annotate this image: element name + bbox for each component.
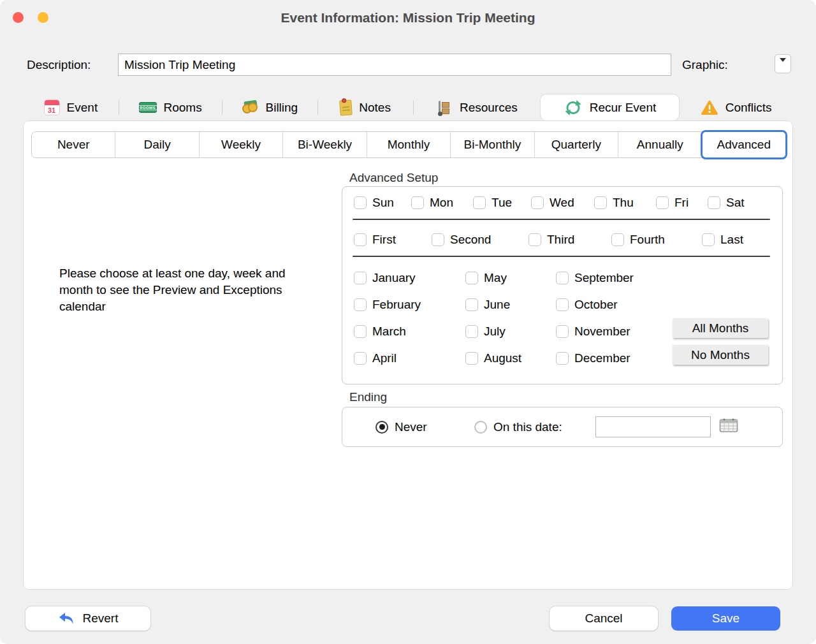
day-checkbox-tue[interactable]: Tue xyxy=(473,196,512,210)
minimize-window-button[interactable] xyxy=(38,12,48,23)
checkbox-box[interactable] xyxy=(611,233,624,246)
checkbox-box[interactable] xyxy=(465,352,478,365)
month-checkbox-may[interactable]: May xyxy=(465,271,507,285)
cancel-button[interactable]: Cancel xyxy=(550,606,658,631)
checkbox-box[interactable] xyxy=(432,233,444,246)
month-checkbox-april[interactable]: April xyxy=(354,351,397,365)
month-checkbox-december[interactable]: December xyxy=(556,351,630,365)
tab-billing-label: Billing xyxy=(266,101,298,115)
checkbox-label: June xyxy=(484,298,510,312)
week-checkbox-second[interactable]: Second xyxy=(432,233,491,247)
checkbox-box[interactable] xyxy=(411,196,424,209)
tab-notes[interactable]: Notes xyxy=(317,94,413,121)
checkbox-box[interactable] xyxy=(354,325,367,338)
checkbox-box[interactable] xyxy=(354,298,367,311)
close-window-button[interactable] xyxy=(13,12,24,23)
radio-button[interactable] xyxy=(474,421,487,434)
checkbox-label: Tue xyxy=(492,196,512,210)
tab-resources[interactable]: Resources xyxy=(413,94,541,121)
month-checkbox-february[interactable]: February xyxy=(354,298,421,312)
tab-rooms[interactable]: ROOMS Rooms xyxy=(119,94,222,121)
checkbox-box[interactable] xyxy=(528,233,541,246)
month-checkbox-august[interactable]: August xyxy=(465,351,521,365)
all-months-button[interactable]: All Months xyxy=(673,318,768,338)
checkbox-box[interactable] xyxy=(473,196,486,209)
calendar-icon-number: 31 xyxy=(45,105,59,115)
checkbox-box[interactable] xyxy=(556,352,569,365)
checkbox-label: October xyxy=(574,298,618,312)
checkbox-box[interactable] xyxy=(354,272,367,284)
tab-monthly[interactable]: Monthly xyxy=(367,132,450,157)
month-checkbox-october[interactable]: October xyxy=(556,298,618,312)
checkbox-box[interactable] xyxy=(465,325,478,338)
checkbox-box[interactable] xyxy=(594,196,607,209)
checkbox-label: August xyxy=(484,351,521,365)
ending-date-input[interactable] xyxy=(595,416,711,437)
tab-conflicts[interactable]: Conflicts xyxy=(679,94,793,121)
save-button[interactable]: Save xyxy=(671,606,780,631)
tab-bi-monthly[interactable]: Bi-Monthly xyxy=(450,132,534,157)
day-checkbox-sun[interactable]: Sun xyxy=(354,196,394,210)
checkbox-box[interactable] xyxy=(556,325,569,338)
checkbox-label: Third xyxy=(547,233,574,247)
day-checkbox-wed[interactable]: Wed xyxy=(531,196,574,210)
description-input[interactable] xyxy=(118,54,671,76)
checkbox-box[interactable] xyxy=(354,196,367,209)
week-checkbox-fourth[interactable]: Fourth xyxy=(611,233,665,247)
week-checkbox-last[interactable]: Last xyxy=(702,233,743,247)
warning-triangle-icon xyxy=(701,99,718,116)
tab-event[interactable]: 31 Event xyxy=(23,94,119,121)
month-checkbox-june[interactable]: June xyxy=(465,298,510,312)
tab-recur-event[interactable]: Recur Event xyxy=(541,94,680,121)
day-checkbox-thu[interactable]: Thu xyxy=(594,196,634,210)
calendar-icon-header xyxy=(45,100,59,105)
week-checkbox-first[interactable]: First xyxy=(354,233,396,247)
note-line xyxy=(343,109,350,111)
tab-weekly[interactable]: Weekly xyxy=(199,132,282,157)
month-checkbox-september[interactable]: September xyxy=(556,271,634,285)
day-checkbox-sat[interactable]: Sat xyxy=(708,196,745,210)
checkbox-box[interactable] xyxy=(354,233,367,246)
month-checkbox-july[interactable]: July xyxy=(465,325,506,339)
revert-button[interactable]: Revert xyxy=(26,606,150,631)
month-checkbox-march[interactable]: March xyxy=(354,325,406,339)
window-title: Event Information: Mission Trip Meeting xyxy=(280,10,535,26)
checkbox-box[interactable] xyxy=(465,272,478,284)
month-checkbox-january[interactable]: January xyxy=(354,271,416,285)
month-checkbox-november[interactable]: November xyxy=(556,325,630,339)
no-months-button[interactable]: No Months xyxy=(673,345,768,365)
checkbox-label: Mon xyxy=(430,196,453,210)
radio-label: Never xyxy=(395,420,427,434)
checkbox-box[interactable] xyxy=(354,352,367,365)
checkbox-box[interactable] xyxy=(556,298,569,311)
checkbox-label: Fourth xyxy=(630,233,665,247)
tab-annually[interactable]: Annually xyxy=(618,132,701,157)
calendar-icon: 31 xyxy=(44,99,60,115)
box-shape xyxy=(442,102,449,108)
tab-daily[interactable]: Daily xyxy=(115,132,198,157)
truck-wheel xyxy=(438,112,442,116)
day-checkbox-mon[interactable]: Mon xyxy=(411,196,453,210)
tab-advanced[interactable]: Advanced xyxy=(702,132,785,157)
checkbox-box[interactable] xyxy=(702,233,715,246)
date-picker-calendar-icon[interactable] xyxy=(718,417,739,434)
graphic-dropdown-button[interactable] xyxy=(775,54,791,73)
tab-bi-weekly[interactable]: Bi-Weekly xyxy=(282,132,366,157)
tab-never[interactable]: Never xyxy=(32,132,115,157)
tab-quarterly[interactable]: Quarterly xyxy=(534,132,618,157)
ending-never-radio[interactable]: Never xyxy=(375,407,427,446)
day-checkbox-fri[interactable]: Fri xyxy=(656,196,688,210)
checkbox-label: First xyxy=(372,233,396,247)
checkbox-label: Fri xyxy=(674,196,688,210)
ending-on-date-radio[interactable]: On this date: xyxy=(474,407,562,446)
tab-billing[interactable]: Billing xyxy=(222,94,317,121)
recur-event-panel: Never Daily Weekly Bi-Weekly Monthly Bi-… xyxy=(23,121,793,590)
checkbox-box[interactable] xyxy=(465,298,478,311)
radio-button-selected[interactable] xyxy=(375,421,388,434)
checkbox-box[interactable] xyxy=(708,196,720,209)
checkbox-box[interactable] xyxy=(556,272,569,284)
checkbox-box[interactable] xyxy=(531,196,544,209)
checkbox-box[interactable] xyxy=(656,196,669,209)
checkbox-label: February xyxy=(372,298,421,312)
week-checkbox-third[interactable]: Third xyxy=(528,233,574,247)
